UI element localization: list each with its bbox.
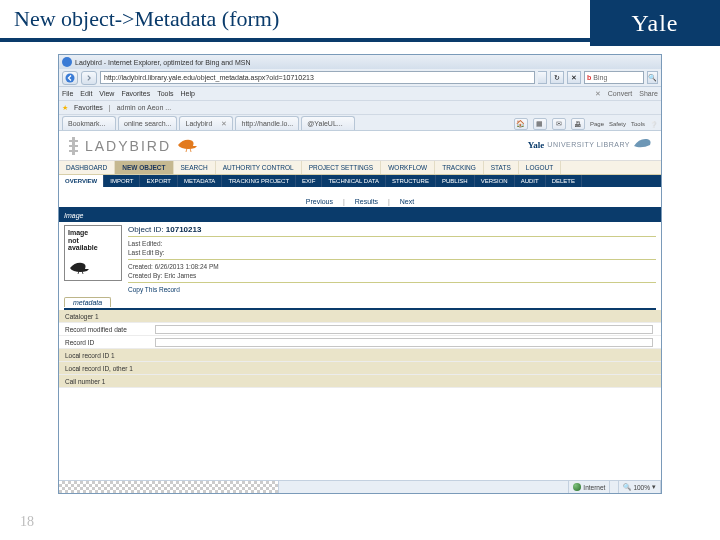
help-dd-icon[interactable]: ❔ [650, 121, 657, 128]
subnav-publish[interactable]: PUBLISH [436, 175, 475, 187]
nav-authority[interactable]: AUTHORITY CONTROL [216, 161, 302, 174]
nav-workflow[interactable]: WORKFLOW [381, 161, 435, 174]
feeds-icon[interactable]: ▦ [533, 118, 547, 130]
menu-edit[interactable]: Edit [80, 90, 92, 97]
url-field[interactable]: http://ladybird.library.yale.edu/object_… [100, 71, 535, 84]
object-id: Object ID: 10710213 [128, 225, 656, 234]
back-button[interactable] [62, 71, 78, 85]
tab-strip: Bookmark... online search... Ladybird✕ h… [59, 115, 661, 131]
menu-help[interactable]: Help [181, 90, 195, 97]
pager-next[interactable]: Next [396, 198, 418, 205]
stop-button[interactable]: ✕ [567, 71, 581, 84]
nav-search[interactable]: SEARCH [174, 161, 216, 174]
close-addon-icon[interactable]: ✕ [595, 90, 601, 98]
object-area: Imagenotavailable Object ID: 10710213 La… [59, 222, 661, 293]
star-icon[interactable]: ★ [62, 104, 68, 112]
refresh-button[interactable]: ↻ [550, 71, 564, 84]
placeholder-bird-icon [68, 260, 92, 277]
subnav-tracking-project[interactable]: TRACKING PROJECT [222, 175, 296, 187]
print-icon[interactable]: 🖶 [571, 118, 585, 130]
slide-number: 18 [20, 514, 34, 530]
tab-2[interactable]: Ladybird✕ [179, 116, 233, 130]
ie-navbar: http://ladybird.library.yale.edu/object_… [59, 69, 661, 87]
page-menu[interactable]: Page [590, 121, 604, 127]
tab-4[interactable]: @YaleUL... [301, 116, 355, 130]
home-icon[interactable]: 🏠 [514, 118, 528, 130]
copy-record-link[interactable]: Copy This Record [128, 286, 656, 293]
subnav-structure[interactable]: STRUCTURE [386, 175, 436, 187]
ie-titlebar: Ladybird - Internet Explorer, optimized … [59, 55, 661, 69]
search-box[interactable]: bBing [584, 71, 644, 84]
created-by: Created By: Eric James [128, 271, 656, 280]
breadcrumb [59, 187, 661, 197]
ladybird-logo: LADYBIRD [67, 135, 201, 157]
meta-row-4: Local record ID, other 1 [59, 362, 661, 375]
mail-icon[interactable]: ✉ [552, 118, 566, 130]
ie-window: Ladybird - Internet Explorer, optimized … [58, 54, 662, 494]
subnav-export[interactable]: EXPORT [140, 175, 178, 187]
nav-tracking[interactable]: TRACKING [435, 161, 484, 174]
forward-button[interactable] [81, 71, 97, 85]
menu-tools[interactable]: Tools [157, 90, 173, 97]
sub-nav: OVERVIEW IMPORT EXPORT METADATA TRACKING… [59, 175, 661, 187]
tab-toolbar: 🏠 ▦ ✉ 🖶 Page Safety Tools ❔ [514, 118, 661, 130]
nav-logout[interactable]: LOGOUT [519, 161, 561, 174]
object-info: Object ID: 10710213 Last Edited: Last Ed… [128, 225, 656, 293]
meta-row-1: Record modified date [59, 323, 661, 336]
nav-stats[interactable]: STATS [484, 161, 519, 174]
meta-input[interactable] [155, 325, 653, 334]
subnav-metadata[interactable]: METADATA [178, 175, 222, 187]
tab-1[interactable]: online search... [118, 116, 177, 130]
favorites-label[interactable]: Favorites [74, 104, 103, 111]
main-nav: DASHBOARD NEW OBJECT SEARCH AUTHORITY CO… [59, 161, 661, 175]
menu-share[interactable]: Share [639, 90, 658, 97]
menu-file[interactable]: File [62, 90, 73, 97]
ie-menubar: File Edit View Favorites Tools Help ✕ Co… [59, 87, 661, 101]
subnav-audit[interactable]: AUDIT [515, 175, 546, 187]
search-button[interactable]: 🔍 [647, 71, 658, 84]
meta-input[interactable] [155, 338, 653, 347]
url-dropdown[interactable] [538, 71, 547, 84]
menu-view[interactable]: View [99, 90, 114, 97]
slide-title: New object->Metadata (form) [14, 6, 279, 32]
pager-results[interactable]: Results [351, 198, 382, 205]
status-internet: Internet [569, 481, 610, 493]
metadata-tab[interactable]: metadata [64, 297, 111, 307]
close-icon[interactable]: ✕ [221, 120, 227, 128]
globe-icon [573, 483, 581, 491]
subnav-exif[interactable]: EXIF [296, 175, 322, 187]
meta-row-3: Local record ID 1 [59, 349, 661, 362]
menu-convert[interactable]: Convert [608, 90, 633, 97]
subnav-technical[interactable]: TECHNICAL DATA [322, 175, 386, 187]
nav-project[interactable]: PROJECT SETTINGS [302, 161, 382, 174]
last-edit-by: Last Edit By: [128, 248, 656, 257]
svg-rect-3 [69, 145, 78, 147]
nav-new-object[interactable]: NEW OBJECT [115, 161, 173, 174]
status-protected-mode [610, 481, 619, 493]
subnav-overview[interactable]: OVERVIEW [59, 175, 104, 187]
status-zoom[interactable]: 🔍 100% ▾ [619, 481, 661, 493]
yale-logo: Yale [590, 0, 720, 46]
bird-icon [175, 136, 201, 155]
swoop-icon [633, 136, 653, 153]
subnav-delete[interactable]: DELETE [546, 175, 582, 187]
metadata-tab-header: metadata [64, 297, 656, 310]
favorites-item[interactable]: admin on Aeon ... [117, 104, 171, 111]
safety-menu[interactable]: Safety [609, 121, 626, 127]
meta-label: Local record ID, other 1 [59, 365, 147, 372]
tab-3[interactable]: http://handle.lo... [235, 116, 299, 130]
tab-0[interactable]: Bookmark... [62, 116, 116, 130]
thumbnail: Imagenotavailable [64, 225, 122, 281]
meta-row-5: Call number 1 [59, 375, 661, 388]
yul-branding: Yale UNIVERSITY LIBRARY [528, 136, 653, 153]
pager-previous[interactable]: Previous [302, 198, 337, 205]
nav-dashboard[interactable]: DASHBOARD [59, 161, 115, 174]
svg-point-0 [66, 73, 75, 82]
created: Created: 6/26/2013 1:08:24 PM [128, 262, 656, 271]
subnav-import[interactable]: IMPORT [104, 175, 140, 187]
status-bar: Internet 🔍 100% ▾ [59, 480, 661, 493]
subnav-version[interactable]: VERSION [475, 175, 515, 187]
tools-menu[interactable]: Tools [631, 121, 645, 127]
ie-icon [62, 57, 72, 67]
menu-favorites[interactable]: Favorites [121, 90, 150, 97]
